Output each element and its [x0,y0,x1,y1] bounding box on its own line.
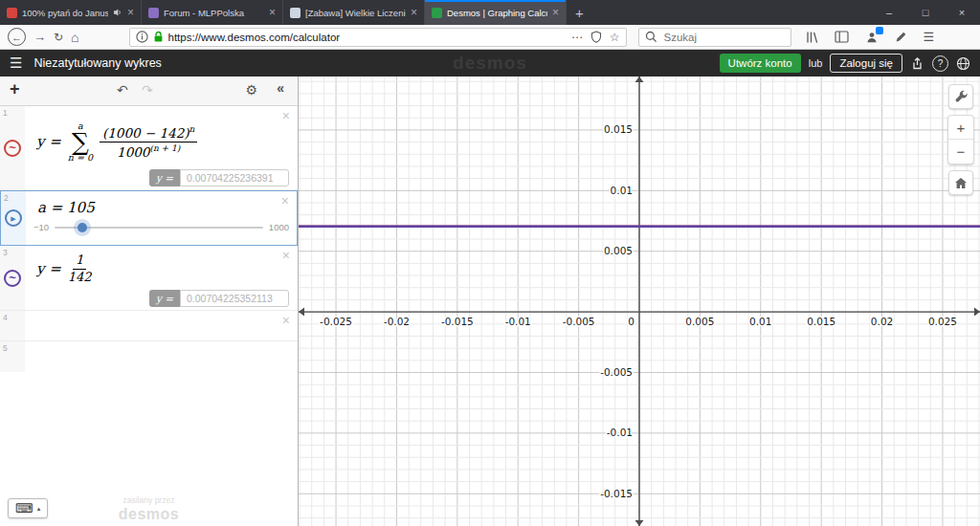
tab-close-icon[interactable]: × [552,7,559,18]
tab-1-favicon [7,8,17,18]
denominator: 1000 [117,143,149,159]
y-tick-label: 0.015 [604,123,633,135]
browser-menu-icon[interactable]: ☰ [924,30,935,44]
sidebar-icon[interactable] [835,31,849,43]
x-tick-label: -0.01 [505,316,531,327]
expression-3-content[interactable]: y = 1 142 × y = 0.00704225352113 [25,246,298,310]
library-icon[interactable] [805,31,818,44]
window-minimize-button[interactable]: – [871,0,907,25]
hide-show-curve-icon-red[interactable]: ~ [4,140,21,157]
keyboard-toggle-button[interactable]: ⌨ ▴ [8,498,48,518]
expression-1-gutter[interactable]: 1 ~ [0,106,25,189]
slider-play-icon[interactable]: ▶ [5,209,22,227]
help-icon[interactable]: ? [932,55,948,72]
tab-4-active[interactable]: Desmos | Graphing Calculator × [425,0,567,25]
screen: 100% pytań do Janusza Kor × Forum - MLPP… [0,0,980,526]
expression-row-4-empty[interactable]: 4 × [0,311,298,341]
back-button[interactable]: ← [8,28,26,46]
hide-show-curve-icon-purple[interactable]: ~ [4,270,21,287]
zoom-out-button[interactable]: − [948,140,973,164]
expression-4-content[interactable]: × [25,311,298,340]
lhs: y = [36,133,61,150]
screenshot-pencil-icon[interactable] [895,31,907,43]
padlock-icon[interactable] [153,31,164,43]
expression-3-result: y = 0.00704225352113 [149,290,289,307]
delete-expression-icon[interactable]: × [282,109,290,122]
tab-close-icon[interactable]: × [127,7,134,18]
default-zoom-home-button[interactable] [948,170,973,195]
page-actions-icon[interactable]: ⋯ [571,31,583,44]
graph-canvas[interactable]: -0.025-0.02-0.015-0.01-0.00500.0050.010.… [299,77,980,526]
shield-icon[interactable] [590,31,602,43]
tab-1[interactable]: 100% pytań do Janusza Kor × [0,0,142,25]
reload-button[interactable]: ↻ [54,31,63,44]
expression-2-gutter[interactable]: 2 ▶ [1,191,26,245]
tab-close-icon[interactable]: × [269,7,276,18]
desmos-menu-icon[interactable]: ☰ [10,55,22,72]
tab-audio-icon[interactable] [113,8,122,17]
slider-track[interactable] [55,227,263,229]
zoom-in-button[interactable]: + [948,116,973,140]
bookmark-star-icon[interactable]: ☆ [610,31,620,44]
search-bar[interactable] [638,28,791,47]
account-icon[interactable] [865,31,879,44]
x-tick-label: -0.005 [563,316,595,327]
expression-row-1[interactable]: 1 ~ y = a ∑ n = 0 (1000 − 142)n 1000(n +… [0,106,298,190]
url-input[interactable] [168,32,567,43]
slider-row: −10 1000 [33,222,289,232]
site-info-icon[interactable] [136,31,148,43]
x-tick-label: 0.025 [928,316,957,327]
create-account-button[interactable]: Utwórz konto [720,54,801,73]
window-close-button[interactable]: × [944,0,980,25]
new-tab-button[interactable]: + [567,0,592,25]
delete-expression-icon[interactable]: × [282,249,290,262]
expression-4-gutter[interactable]: 4 [0,311,25,340]
expression-3-gutter[interactable]: 3 ~ [0,246,25,310]
result-label: y = [149,169,180,186]
expression-row-5-blank[interactable]: 5 [0,341,298,372]
collapse-panel-icon[interactable]: « [277,80,284,96]
search-icon [645,31,657,43]
graph-title[interactable]: Niezatytułowany wykres [33,56,161,70]
window-maximize-button[interactable]: □ [907,0,944,25]
undo-icon[interactable]: ↶ [117,82,128,98]
tab-2-favicon [148,8,159,18]
browser-tab-bar: 100% pytań do Janusza Kor × Forum - MLPP… [0,0,980,25]
slider-handle[interactable] [78,223,87,232]
forward-button[interactable]: → [33,30,46,44]
tab-title: Desmos | Graphing Calculator [447,8,547,18]
expression-1-content[interactable]: y = a ∑ n = 0 (1000 − 142)n 1000(n + 1) … [25,106,298,189]
tab-close-icon[interactable]: × [411,7,417,18]
slider-max-label[interactable]: 1000 [269,222,289,232]
edit-list-gear-icon[interactable]: ⚙ [245,82,257,98]
expression-5-content[interactable] [25,341,298,372]
expression-row-2-selected[interactable]: 2 ▶ a = 105 × −10 1000 [0,190,298,246]
expression-row-3[interactable]: 3 ~ y = 1 142 × y = 0.00704225352113 [0,246,298,311]
graph-area[interactable]: -0.025-0.02-0.015-0.01-0.00500.0050.010.… [299,77,980,526]
zoom-controls: + − [947,115,974,164]
home-button[interactable]: ⌂ [71,30,78,45]
y-tick-label: -0.015 [600,488,633,499]
address-bar[interactable]: ⋯ ☆ [129,28,627,47]
share-icon[interactable] [910,56,924,71]
x-tick-label: 0.015 [807,316,835,327]
graph-settings-wrench-button[interactable] [948,84,973,109]
expression-5-gutter[interactable]: 5 [0,341,25,372]
slider-min-label[interactable]: −10 [33,222,49,232]
language-globe-icon[interactable] [956,56,970,71]
x-tick-label: -0.025 [320,316,352,327]
add-expression-button[interactable]: + [10,79,20,99]
delete-expression-icon[interactable]: × [281,194,289,208]
sign-in-button[interactable]: Zaloguj się [830,54,902,73]
expression-1-formula: y = a ∑ n = 0 (1000 − 142)n 1000(n + 1) [36,121,197,163]
redo-icon[interactable]: ↷ [142,82,153,98]
expression-2-content[interactable]: a = 105 × −10 1000 [26,191,297,245]
tab-3[interactable]: [Zabawa] Wielkie Liczenie - St × [283,0,425,25]
expression-1-result: y = 0.00704225236391 [149,169,289,186]
sigma-symbol: ∑ [72,131,89,154]
tab-2[interactable]: Forum - MLPPolska × [142,0,283,25]
search-input[interactable] [662,31,785,44]
tab-3-favicon [290,8,301,18]
desmos-header: ☰ Niezatytułowany wykres desmos Utwórz k… [0,50,980,77]
delete-expression-icon[interactable]: × [282,314,290,327]
